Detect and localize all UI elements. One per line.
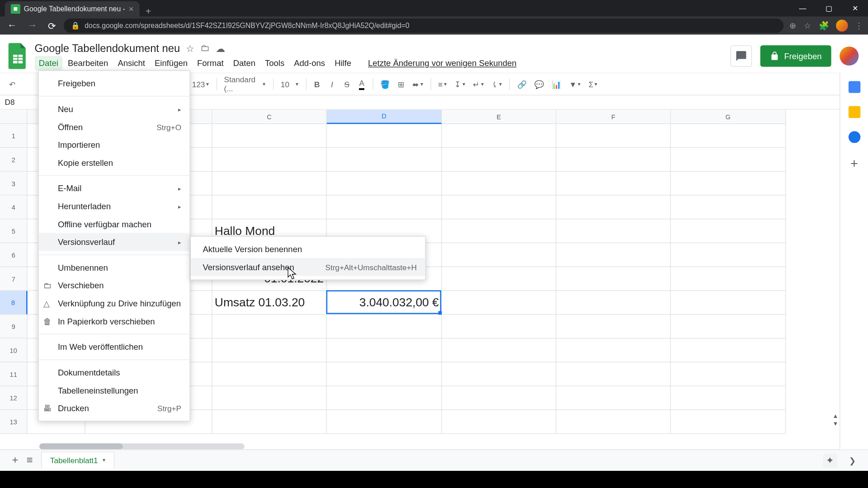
cell[interactable]	[327, 338, 442, 362]
cell[interactable]	[212, 362, 327, 386]
reload-icon[interactable]: ⟳	[45, 20, 58, 31]
cell[interactable]	[442, 410, 556, 434]
cell[interactable]	[671, 219, 786, 243]
cell[interactable]	[442, 196, 556, 220]
submenu-item-ansehen[interactable]: Versionsverlauf ansehenStrg+Alt+Umschalt…	[191, 258, 425, 276]
menu-datei[interactable]: Datei	[35, 56, 63, 70]
close-window-icon[interactable]: ✕	[842, 0, 868, 17]
cell[interactable]	[212, 148, 327, 172]
cell[interactable]	[442, 338, 556, 362]
cell[interactable]	[557, 219, 671, 243]
row-header[interactable]: 6	[0, 243, 28, 267]
borders-icon[interactable]: ⊞	[395, 77, 408, 91]
row-header[interactable]: 5	[0, 219, 28, 243]
zoom-icon[interactable]: ⊕	[789, 21, 797, 30]
row-header[interactable]: 4	[0, 196, 28, 220]
cell[interactable]	[557, 124, 671, 148]
cell[interactable]	[671, 243, 786, 267]
menu-item-verknuepfung[interactable]: △Verknüpfung zu Drive hinzufügen	[39, 295, 190, 313]
bold-icon[interactable]: B	[311, 77, 324, 91]
cell[interactable]	[671, 267, 786, 291]
add-addon-icon[interactable]: +	[850, 156, 858, 172]
close-tab-icon[interactable]: ×	[129, 4, 134, 14]
functions-icon[interactable]: Σ▾	[585, 77, 600, 91]
cell[interactable]	[212, 124, 327, 148]
cell[interactable]	[212, 410, 327, 434]
cell[interactable]	[327, 172, 442, 196]
menu-item-verschieben[interactable]: 🗀Verschieben	[39, 277, 190, 295]
menu-item-im-web[interactable]: Im Web veröffentlichen	[39, 338, 190, 356]
menu-item-herunterladen[interactable]: Herunterladen▸	[39, 197, 190, 216]
italic-icon[interactable]: I	[326, 77, 339, 91]
wrap-icon[interactable]: ↵▾	[470, 77, 487, 91]
number-format-dropdown[interactable]: 123▾	[189, 77, 212, 91]
account-avatar[interactable]	[840, 47, 859, 66]
row-header[interactable]: 3	[0, 172, 28, 196]
menu-item-oeffnen[interactable]: ÖffnenStrg+O	[39, 118, 190, 136]
strikethrough-icon[interactable]: S	[340, 77, 354, 91]
cell[interactable]	[671, 362, 786, 386]
menu-item-freigeben[interactable]: Freigeben	[39, 75, 190, 93]
cell[interactable]	[442, 386, 556, 410]
browser-menu-icon[interactable]: ⋮	[855, 21, 863, 30]
row-header[interactable]: 2	[0, 148, 28, 172]
bookmark-icon[interactable]: ☆	[804, 21, 811, 30]
cell[interactable]	[442, 362, 556, 386]
row-header[interactable]: 13	[0, 410, 28, 434]
v-align-icon[interactable]: ↧▾	[452, 77, 468, 91]
cell[interactable]	[442, 124, 556, 148]
browser-tab[interactable]: Google Tabellendokument neu - ×	[5, 1, 140, 17]
sheets-logo-icon[interactable]	[7, 42, 28, 70]
menu-item-email[interactable]: E-Mail▸	[39, 179, 190, 197]
back-icon[interactable]: ←	[5, 20, 19, 31]
column-header[interactable]: E	[442, 110, 556, 124]
comments-button[interactable]	[731, 45, 752, 66]
cell[interactable]	[557, 338, 671, 362]
cell[interactable]	[671, 148, 786, 172]
cell[interactable]	[557, 243, 671, 267]
cell[interactable]	[442, 172, 556, 196]
cell[interactable]	[557, 196, 671, 220]
extensions-icon[interactable]: 🧩	[819, 21, 829, 30]
row-header[interactable]: 9	[0, 314, 28, 338]
chart-icon[interactable]: 📊	[549, 77, 564, 91]
submenu-item-benennen[interactable]: Aktuelle Version benennen	[191, 240, 425, 258]
cell[interactable]	[327, 148, 442, 172]
row-header[interactable]: 1	[0, 124, 28, 148]
rotate-icon[interactable]: ⤹▾	[489, 77, 505, 91]
cell[interactable]	[327, 410, 442, 434]
cell[interactable]: Umsatz 01.03.20	[212, 291, 327, 315]
all-sheets-button[interactable]: ≡	[27, 454, 33, 467]
menu-einfuegen[interactable]: Einfügen	[151, 56, 192, 70]
cell[interactable]	[212, 338, 327, 362]
cell[interactable]: 3.040.032,00 €	[327, 291, 442, 315]
cell[interactable]	[671, 314, 786, 338]
sheet-tab[interactable]: Tabellenblatt1 ▾	[41, 451, 115, 468]
cell[interactable]	[327, 362, 442, 386]
select-all-corner[interactable]	[0, 110, 28, 124]
column-header[interactable]: G	[671, 110, 786, 124]
cell[interactable]	[671, 196, 786, 220]
cell[interactable]	[557, 172, 671, 196]
move-icon[interactable]: 🗀	[200, 43, 210, 54]
vertical-scroll-arrows[interactable]: ▲▼	[832, 413, 838, 427]
column-header[interactable]: C	[212, 110, 327, 124]
minimize-icon[interactable]: —	[789, 0, 816, 17]
menu-item-versionsverlauf[interactable]: Versionsverlauf▸	[39, 233, 190, 251]
horizontal-scrollbar[interactable]	[39, 443, 245, 449]
cell[interactable]	[671, 338, 786, 362]
maximize-icon[interactable]: ▢	[816, 0, 842, 17]
cell[interactable]	[671, 410, 786, 434]
cell[interactable]	[327, 386, 442, 410]
cell[interactable]	[671, 172, 786, 196]
cell[interactable]	[212, 386, 327, 410]
cell[interactable]	[327, 196, 442, 220]
row-header[interactable]: 10	[0, 338, 28, 362]
text-color-icon[interactable]: A	[355, 76, 368, 92]
cell[interactable]	[442, 243, 556, 267]
cell[interactable]	[557, 291, 671, 315]
menu-addons[interactable]: Add-ons	[290, 56, 329, 70]
share-button[interactable]: Freigeben	[760, 45, 831, 66]
cell[interactable]	[442, 148, 556, 172]
cell[interactable]	[212, 314, 327, 338]
